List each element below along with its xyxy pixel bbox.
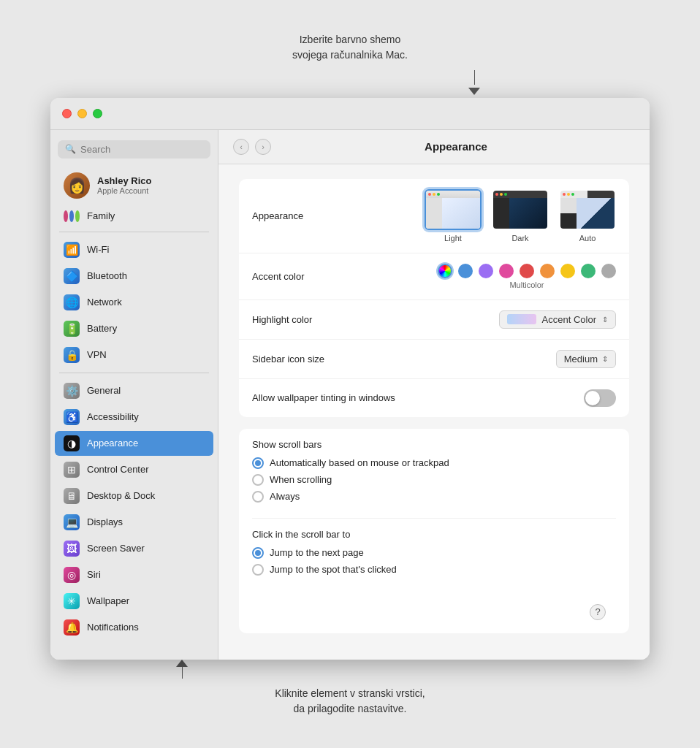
sidebar-divider-1	[59, 232, 209, 232]
bluetooth-icon: 🔷	[64, 268, 80, 284]
scroll-bars-section: Show scroll bars Automatically based on …	[239, 429, 629, 633]
accent-yellow[interactable]	[560, 264, 575, 278]
accent-red[interactable]	[520, 264, 534, 278]
minimize-button[interactable]	[77, 109, 87, 118]
thumb-light-content	[442, 198, 480, 229]
sidebar-item-control-center[interactable]: ⊞ Control Center	[55, 457, 213, 482]
sidebar-item-accessibility[interactable]: ♿ Accessibility	[55, 405, 213, 430]
sidebar-item-wallpaper[interactable]: ✳ Wallpaper	[55, 589, 213, 614]
sidebar-item-displays[interactable]: 💻 Displays	[55, 510, 213, 535]
sidebar-item-screen-saver[interactable]: 🖼 Screen Saver	[55, 536, 213, 561]
scroll-bars-group: Show scroll bars Automatically based on …	[239, 429, 629, 518]
highlight-color-label: Highlight color	[252, 314, 384, 325]
maximize-button[interactable]	[93, 109, 102, 118]
sidebar-label-wallpaper: Wallpaper	[87, 595, 129, 606]
sidebar-label-notifications: Notifications	[87, 622, 139, 633]
accent-blue[interactable]	[458, 264, 473, 278]
callout-top-line2: svojega računalnika Mac.	[292, 49, 408, 61]
search-bar[interactable]: 🔍	[58, 140, 210, 159]
user-name: Ashley Rico	[97, 175, 151, 186]
wallpaper-tinting-toggle[interactable]	[584, 389, 616, 407]
scroll-auto-option[interactable]: Automatically based on mouse or trackpad	[252, 457, 616, 469]
accent-purple[interactable]	[479, 264, 493, 278]
sidebar-label-battery: Battery	[87, 323, 117, 334]
page-title: Appearance	[277, 140, 635, 153]
sidebar-item-vpn[interactable]: 🔒 VPN	[55, 343, 213, 367]
desktop-dock-icon: 🖥	[64, 488, 80, 504]
click-nextpage-radio[interactable]	[252, 547, 264, 559]
thumb-auto-titlebar	[560, 191, 615, 198]
sidebar-icon-size-control: Medium ⇕	[384, 350, 616, 368]
thumb-auto-sidebar	[560, 198, 577, 229]
thumb-auto-dot-r	[563, 193, 566, 196]
help-button[interactable]: ?	[590, 604, 606, 620]
scroll-always-option[interactable]: Always	[252, 491, 616, 503]
accessibility-icon: ♿	[64, 409, 80, 425]
search-input[interactable]	[80, 144, 203, 155]
sidebar-icon-size-dropdown[interactable]: Medium ⇕	[556, 350, 616, 368]
click-spot-radio[interactable]	[252, 564, 264, 576]
scroll-auto-label: Automatically based on mouse or trackpad	[270, 457, 449, 468]
sidebar-label-screen-saver: Screen Saver	[87, 543, 145, 554]
wallpaper-tinting-row: Allow wallpaper tinting in windows	[239, 379, 629, 417]
sidebar-item-wifi[interactable]: 📶 Wi-Fi	[55, 237, 213, 262]
click-spot-option[interactable]: Jump to the spot that's clicked	[252, 564, 616, 576]
forward-button[interactable]: ›	[255, 139, 271, 155]
theme-light-label: Light	[444, 234, 462, 243]
sidebar-label-vpn: VPN	[87, 349, 107, 360]
vpn-icon: 🔒	[64, 347, 80, 363]
user-profile[interactable]: 👩 Ashley Rico Apple Account	[55, 167, 213, 205]
scroll-always-radio[interactable]	[252, 491, 264, 503]
sidebar-item-notifications[interactable]: 🔔 Notifications	[55, 615, 213, 640]
scroll-when-scrolling-option[interactable]: When scrolling	[252, 474, 616, 486]
highlight-dropdown[interactable]: Accent Color ⇕	[499, 310, 616, 329]
callout-top-arrow	[468, 88, 480, 95]
accent-graphite[interactable]	[601, 264, 616, 278]
accent-orange[interactable]	[540, 264, 555, 278]
family-label: Family	[87, 210, 115, 221]
click-nextpage-option[interactable]: Jump to the next page	[252, 547, 616, 559]
sidebar-label-general: General	[87, 385, 121, 396]
callout-bottom-arrow-up	[176, 660, 188, 667]
accent-sublabel: Multicolor	[509, 280, 544, 289]
thumb-dark-titlebar	[493, 191, 547, 198]
content-body: Appearance	[218, 164, 650, 660]
sidebar-item-general[interactable]: ⚙️ General	[55, 378, 213, 403]
sidebar-item-family[interactable]: Family	[55, 206, 213, 226]
callout-bottom-line2: da prilagodite nastavitve.	[294, 703, 407, 714]
sidebar-label-wifi: Wi-Fi	[87, 244, 109, 255]
accent-green[interactable]	[581, 264, 596, 278]
sidebar-item-appearance[interactable]: ◑ Appearance	[55, 431, 213, 456]
thumb-auto-dot-g	[571, 193, 574, 196]
thumb-auto-body	[560, 198, 615, 229]
appearance-icon: ◑	[64, 435, 80, 451]
accent-color-picker: Multicolor	[438, 264, 616, 289]
theme-dark-option[interactable]: Dark	[492, 189, 549, 243]
scroll-when-scrolling-radio[interactable]	[252, 474, 264, 486]
close-button[interactable]	[62, 109, 72, 118]
scroll-auto-radio[interactable]	[252, 457, 264, 469]
thumb-dark-sidebar	[493, 198, 509, 229]
scroll-always-label: Always	[270, 491, 300, 502]
sidebar-label-siri: Siri	[87, 569, 101, 580]
theme-auto-option[interactable]: Auto	[559, 189, 616, 243]
sidebar-item-bluetooth[interactable]: 🔷 Bluetooth	[55, 264, 213, 289]
accent-color-row: Accent color	[239, 253, 629, 300]
theme-light-option[interactable]: Light	[425, 189, 482, 243]
accent-multicolor[interactable]	[438, 264, 452, 278]
sidebar-label-control-center: Control Center	[87, 464, 149, 475]
sidebar-item-battery[interactable]: 🔋 Battery	[55, 316, 213, 341]
sidebar-label-appearance: Appearance	[87, 438, 138, 449]
thumb-dark-dot-y	[500, 193, 503, 196]
sidebar-item-siri[interactable]: ◎ Siri	[55, 562, 213, 587]
theme-dark-label: Dark	[511, 234, 528, 243]
sidebar-item-network[interactable]: 🌐 Network	[55, 290, 213, 315]
thumb-light-sidebar	[426, 198, 442, 229]
accent-color-label: Accent color	[252, 271, 384, 282]
back-button[interactable]: ‹	[233, 139, 249, 155]
appearance-row: Appearance	[239, 179, 629, 253]
highlight-color-row: Highlight color Accent Color ⇕	[239, 300, 629, 340]
sidebar-item-desktop-dock[interactable]: 🖥 Desktop & Dock	[55, 484, 213, 508]
accent-pink[interactable]	[499, 264, 514, 278]
click-scroll-label: Click in the scroll bar to	[252, 529, 616, 540]
